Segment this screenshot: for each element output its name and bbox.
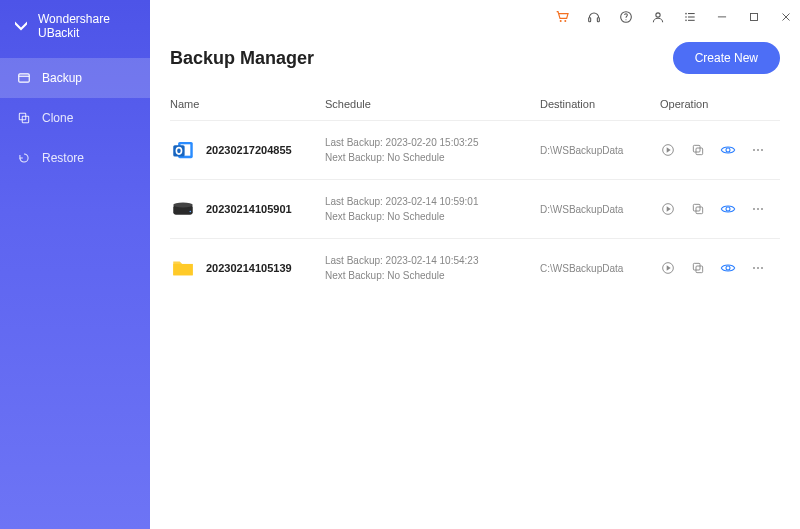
app-title: Wondershare UBackit <box>38 12 138 40</box>
svg-rect-17 <box>751 14 758 21</box>
folder-icon <box>170 255 196 281</box>
svg-point-38 <box>761 208 763 210</box>
svg-point-30 <box>173 203 193 208</box>
copy-icon[interactable] <box>690 260 706 276</box>
svg-rect-0 <box>19 74 30 82</box>
task-name: 20230214105139 <box>206 262 292 274</box>
svg-rect-23 <box>693 145 700 152</box>
operation-cell <box>660 260 780 276</box>
sidebar-item-restore[interactable]: Restore <box>0 138 150 178</box>
nav: Backup Clone Restore <box>0 58 150 178</box>
svg-point-37 <box>757 208 759 210</box>
col-schedule: Schedule <box>325 98 540 110</box>
col-name: Name <box>170 98 325 110</box>
svg-point-25 <box>726 148 730 152</box>
task-name: 20230214105901 <box>206 203 292 215</box>
svg-rect-13 <box>688 16 695 17</box>
titlebar <box>150 0 800 34</box>
column-headers: Name Schedule Destination Operation <box>170 92 780 120</box>
svg-rect-6 <box>597 18 599 22</box>
schedule-cell: Last Backup: 2023-02-14 10:59:01 Next Ba… <box>325 194 540 224</box>
destination-cell: D:\WSBackupData <box>540 204 660 215</box>
svg-point-44 <box>753 267 755 269</box>
svg-rect-39 <box>173 264 193 275</box>
menu-icon[interactable] <box>682 9 698 25</box>
schedule-cell: Last Backup: 2023-02-20 15:03:25 Next Ba… <box>325 135 540 165</box>
svg-point-3 <box>560 20 562 22</box>
svg-rect-24 <box>696 148 703 155</box>
view-icon[interactable] <box>720 260 736 276</box>
svg-rect-42 <box>696 266 703 273</box>
svg-rect-34 <box>696 207 703 214</box>
svg-point-35 <box>726 207 730 211</box>
svg-rect-33 <box>693 204 700 211</box>
help-icon[interactable] <box>618 9 634 25</box>
svg-point-14 <box>685 20 687 22</box>
user-icon[interactable] <box>650 9 666 25</box>
clone-icon <box>16 110 32 126</box>
header-row: Backup Manager Create New <box>170 42 780 74</box>
operation-cell <box>660 142 780 158</box>
sidebar-item-clone[interactable]: Clone <box>0 98 150 138</box>
operation-cell <box>660 201 780 217</box>
cart-icon[interactable] <box>554 9 570 25</box>
table-row: 20230217204855 Last Backup: 2023-02-20 1… <box>170 120 780 179</box>
table-row: 20230214105139 Last Backup: 2023-02-14 1… <box>170 238 780 297</box>
more-icon[interactable] <box>750 260 766 276</box>
svg-rect-16 <box>718 16 726 17</box>
close-icon[interactable] <box>778 9 794 25</box>
sidebar-item-label: Clone <box>42 111 73 125</box>
svg-rect-5 <box>589 18 591 22</box>
svg-point-8 <box>625 19 626 20</box>
svg-point-45 <box>757 267 759 269</box>
svg-rect-41 <box>693 263 700 270</box>
svg-point-43 <box>726 266 730 270</box>
table-row: 20230214105901 Last Backup: 2023-02-14 1… <box>170 179 780 238</box>
copy-icon[interactable] <box>690 142 706 158</box>
svg-point-31 <box>190 211 192 213</box>
task-name: 20230217204855 <box>206 144 292 156</box>
svg-point-12 <box>685 16 687 18</box>
svg-point-27 <box>757 149 759 151</box>
destination-cell: C:\WSBackupData <box>540 263 660 274</box>
col-operation: Operation <box>660 98 780 110</box>
col-destination: Destination <box>540 98 660 110</box>
sidebar-item-label: Backup <box>42 71 82 85</box>
svg-point-28 <box>761 149 763 151</box>
svg-rect-15 <box>688 20 695 21</box>
svg-point-46 <box>761 267 763 269</box>
maximize-icon[interactable] <box>746 9 762 25</box>
backup-now-icon[interactable] <box>660 142 676 158</box>
restore-icon <box>16 150 32 166</box>
logo-row: Wondershare UBackit <box>0 0 150 58</box>
sidebar-item-backup[interactable]: Backup <box>0 58 150 98</box>
destination-cell: D:\WSBackupData <box>540 145 660 156</box>
view-icon[interactable] <box>720 201 736 217</box>
disk-icon <box>170 196 196 222</box>
backup-now-icon[interactable] <box>660 260 676 276</box>
name-cell: 20230214105901 <box>170 196 325 222</box>
svg-point-4 <box>564 20 566 22</box>
create-new-button[interactable]: Create New <box>673 42 780 74</box>
more-icon[interactable] <box>750 201 766 217</box>
svg-rect-11 <box>688 13 695 14</box>
content: Backup Manager Create New Name Schedule … <box>150 34 800 529</box>
svg-point-10 <box>685 13 687 15</box>
sidebar-item-label: Restore <box>42 151 84 165</box>
minimize-icon[interactable] <box>714 9 730 25</box>
svg-point-9 <box>656 13 660 17</box>
app-logo-icon <box>12 17 30 35</box>
backup-icon <box>16 70 32 86</box>
svg-point-26 <box>753 149 755 151</box>
outlook-icon <box>170 137 196 163</box>
headset-icon[interactable] <box>586 9 602 25</box>
name-cell: 20230217204855 <box>170 137 325 163</box>
page-title: Backup Manager <box>170 48 314 69</box>
main: Backup Manager Create New Name Schedule … <box>150 0 800 529</box>
name-cell: 20230214105139 <box>170 255 325 281</box>
svg-point-36 <box>753 208 755 210</box>
view-icon[interactable] <box>720 142 736 158</box>
copy-icon[interactable] <box>690 201 706 217</box>
backup-now-icon[interactable] <box>660 201 676 217</box>
more-icon[interactable] <box>750 142 766 158</box>
